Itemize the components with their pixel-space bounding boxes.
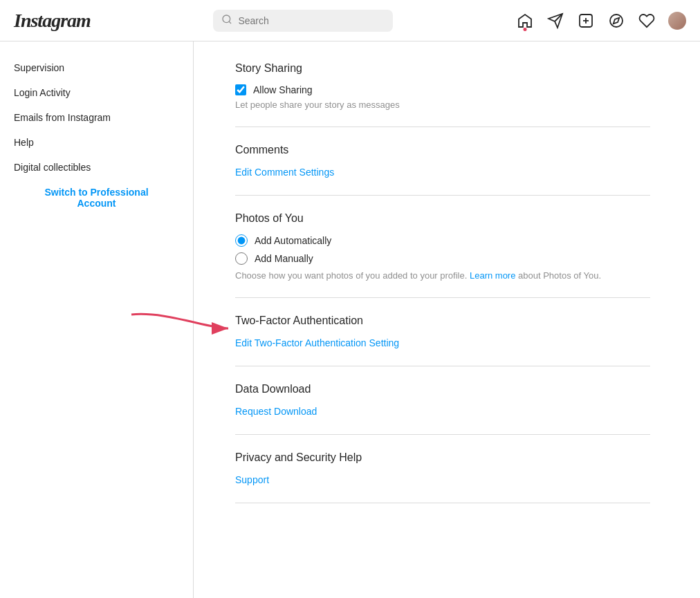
photos-of-you-section: Photos of You Add Automatically Add Manu… bbox=[235, 196, 650, 298]
story-sharing-title: Story Sharing bbox=[235, 62, 650, 75]
allow-sharing-row: Allow Sharing bbox=[235, 84, 650, 95]
two-factor-section: Two-Factor Authentication Edit Two-Facto… bbox=[235, 298, 650, 366]
add-automatically-label[interactable]: Add Automatically bbox=[255, 235, 331, 246]
privacy-security-help-title: Privacy and Security Help bbox=[235, 451, 650, 464]
search-icon bbox=[221, 14, 232, 28]
privacy-security-help-section: Privacy and Security Help Support bbox=[235, 435, 650, 503]
header: Instagram bbox=[0, 0, 700, 41]
profile-avatar[interactable] bbox=[668, 12, 686, 30]
add-automatically-row: Add Automatically bbox=[235, 234, 650, 247]
sidebar-item-supervision[interactable]: Supervision bbox=[0, 55, 193, 80]
add-manually-row: Add Manually bbox=[235, 252, 650, 265]
request-download-link[interactable]: Request Download bbox=[235, 406, 317, 417]
home-icon[interactable] bbox=[516, 12, 534, 30]
sidebar-item-emails-from-instagram[interactable]: Emails from Instagram bbox=[0, 105, 193, 130]
story-sharing-section: Story Sharing Allow Sharing Let people s… bbox=[235, 55, 650, 127]
add-manually-label[interactable]: Add Manually bbox=[255, 253, 313, 264]
svg-point-0 bbox=[223, 15, 230, 23]
explore-icon[interactable] bbox=[607, 12, 625, 30]
learn-more-link[interactable]: Learn more bbox=[470, 270, 515, 281]
add-manually-radio[interactable] bbox=[235, 252, 248, 265]
photos-of-you-description: Choose how you want photos of you added … bbox=[235, 270, 650, 281]
sidebar-item-switch-professional[interactable]: Switch to Professional Account bbox=[0, 180, 193, 216]
data-download-section: Data Download Request Download bbox=[235, 366, 650, 435]
nav-icons bbox=[516, 12, 686, 30]
home-notification-dot bbox=[523, 28, 526, 31]
photos-of-you-title: Photos of You bbox=[235, 212, 650, 225]
data-download-title: Data Download bbox=[235, 383, 650, 395]
support-link[interactable]: Support bbox=[235, 474, 269, 485]
allow-sharing-label[interactable]: Allow Sharing bbox=[253, 84, 313, 95]
activity-icon[interactable] bbox=[638, 12, 656, 30]
comments-section: Comments Edit Comment Settings bbox=[235, 127, 650, 196]
arrow-pointer bbox=[125, 308, 235, 342]
story-sharing-subtitle: Let people share your story as messages bbox=[235, 100, 650, 110]
two-factor-title: Two-Factor Authentication bbox=[235, 315, 650, 327]
edit-comment-settings-link[interactable]: Edit Comment Settings bbox=[235, 167, 334, 178]
add-automatically-radio[interactable] bbox=[235, 234, 248, 247]
send-icon[interactable] bbox=[546, 12, 564, 30]
sidebar-item-help[interactable]: Help bbox=[0, 130, 193, 155]
svg-point-5 bbox=[610, 15, 623, 27]
instagram-logo[interactable]: Instagram bbox=[14, 10, 91, 32]
search-bar[interactable] bbox=[213, 10, 393, 32]
main-content: Story Sharing Allow Sharing Let people s… bbox=[194, 41, 692, 598]
svg-line-1 bbox=[230, 21, 232, 24]
comments-title: Comments bbox=[235, 144, 650, 156]
edit-two-factor-link[interactable]: Edit Two-Factor Authentication Setting bbox=[235, 337, 399, 348]
new-post-icon[interactable] bbox=[577, 12, 595, 30]
allow-sharing-checkbox[interactable] bbox=[235, 84, 246, 95]
sidebar-item-digital-collectibles[interactable]: Digital collectibles bbox=[0, 155, 193, 180]
search-input[interactable] bbox=[238, 15, 385, 26]
page-wrapper: Supervision Login Activity Emails from I… bbox=[0, 41, 700, 598]
sidebar-item-login-activity[interactable]: Login Activity bbox=[0, 80, 193, 105]
